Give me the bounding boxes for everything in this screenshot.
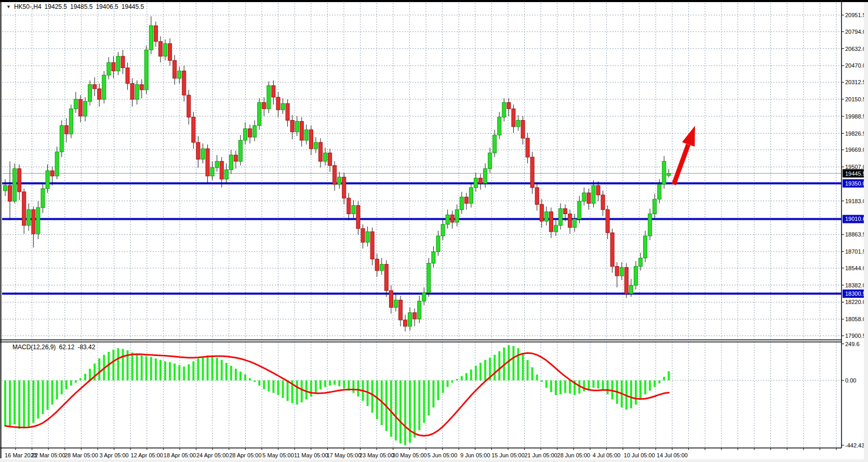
candle-body	[484, 169, 487, 183]
candle-body	[549, 212, 553, 231]
candle-body	[192, 117, 195, 142]
price-tick-label: 19183.0	[845, 198, 866, 204]
candle-body	[380, 265, 383, 271]
candle-body	[69, 109, 73, 134]
time-tick-label: 30 May 05:00	[392, 452, 427, 458]
candle-body	[648, 214, 652, 236]
candle-body	[578, 201, 581, 219]
candle-body	[564, 208, 567, 214]
candle-body	[498, 117, 501, 135]
time-tick-label: 14 Jul 05:00	[657, 452, 688, 458]
candle-body	[215, 161, 219, 167]
time-tick-label: 9 Jun 05:00	[460, 452, 490, 458]
price-tick-label: 20951.5	[845, 12, 866, 18]
candle-body	[526, 138, 529, 157]
candle-body	[413, 313, 417, 319]
level-price-badge-label: 19350.0	[845, 180, 866, 187]
candle-body	[347, 198, 351, 214]
candle-body	[84, 101, 87, 116]
candle-body	[427, 263, 431, 293]
candle-body	[13, 169, 17, 202]
candle-body	[615, 267, 619, 276]
macd-value-signal: -83.42	[77, 344, 95, 351]
window-right-margin	[864, 2, 868, 462]
candle-body	[229, 155, 233, 169]
candle-body	[234, 155, 237, 161]
candle-body	[182, 71, 186, 95]
symbol-dropdown-icon[interactable]: ▼	[6, 4, 11, 9]
candle-body	[620, 268, 623, 276]
candle-body	[130, 84, 134, 99]
price-tick-label: 20150.5	[845, 96, 866, 102]
candle-body	[624, 268, 628, 294]
window-bottom-margin	[0, 459, 868, 462]
candle-body	[418, 301, 421, 319]
candle-body	[450, 215, 454, 222]
macd-tick-label: 0.00	[845, 377, 856, 384]
macd-value-main: 62.12	[59, 344, 74, 351]
price-tick-label: 19507.0	[845, 164, 866, 170]
candle-body	[328, 153, 332, 165]
candle-body	[455, 209, 459, 222]
candle-body	[281, 103, 285, 110]
candle-body	[178, 71, 181, 78]
time-tick-label: 22 Mar 05:00	[32, 452, 65, 458]
candle-body	[662, 161, 666, 184]
time-tick-label: 3 Apr 05:00	[99, 452, 128, 458]
candle-body	[210, 168, 214, 176]
candle-body	[441, 225, 445, 236]
candle-body	[60, 126, 63, 152]
candle-body	[361, 229, 365, 242]
candle-body	[573, 219, 577, 228]
candle-body	[248, 129, 252, 137]
candle-body	[436, 236, 440, 252]
candle-body	[121, 56, 125, 68]
candle-body	[399, 300, 403, 320]
candle-body	[521, 121, 525, 138]
candle-body	[64, 126, 68, 134]
macd-indicator-label: MACD(12,26,9) 62.12 -83.42	[12, 344, 95, 351]
ohlc-close: 19445.5	[122, 3, 144, 10]
level-price-badge-label: 19010.6	[845, 216, 866, 222]
candle-body	[196, 142, 200, 159]
candle-body	[18, 169, 21, 192]
price-tick-label: 19826.5	[845, 130, 866, 137]
candle-body	[606, 209, 609, 232]
candle-body	[667, 174, 671, 176]
candle-body	[135, 85, 139, 99]
candle-body	[8, 186, 12, 201]
candle-body	[272, 86, 275, 97]
price-tick-label: 20794.0	[845, 29, 866, 35]
candle-body	[464, 197, 468, 203]
candle-body	[78, 99, 82, 116]
candle-body	[220, 161, 223, 179]
candle-body	[144, 50, 148, 90]
candle-body	[469, 188, 473, 203]
candle-body	[168, 44, 172, 60]
candle-body	[370, 232, 374, 259]
candle-body	[149, 26, 153, 50]
macd-tick-label: -442.43	[845, 442, 864, 448]
candle-body	[140, 85, 143, 90]
candle-body	[224, 170, 228, 179]
candle-body	[276, 97, 280, 110]
candle-body	[507, 102, 511, 109]
candle-body	[206, 149, 209, 176]
candle-body	[592, 186, 595, 203]
candle-body	[93, 85, 97, 89]
candle-body	[375, 259, 379, 270]
candle-body	[554, 226, 558, 232]
candle-body	[55, 152, 59, 176]
candle-body	[639, 258, 643, 266]
candle-body	[488, 153, 492, 168]
candle-body	[46, 171, 49, 189]
candle-body	[384, 265, 388, 291]
candle-body	[432, 252, 435, 263]
candle-body	[516, 121, 520, 127]
candle-body	[262, 102, 266, 109]
candle-body	[201, 149, 205, 159]
candle-body	[304, 130, 308, 140]
time-tick-label: 5 May 05:00	[262, 452, 294, 458]
candle-body	[253, 126, 257, 137]
time-tick-label: 11 May 05:00	[294, 452, 328, 458]
